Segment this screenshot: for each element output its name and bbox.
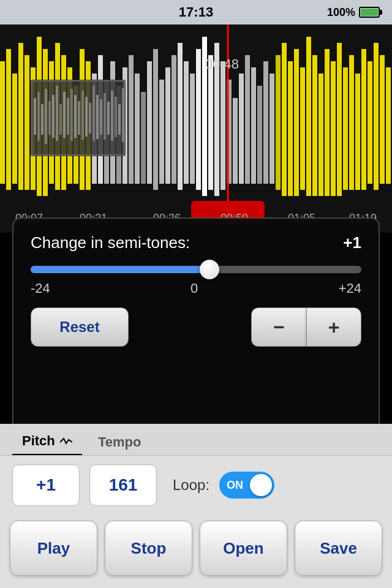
svg-rect-46 — [276, 55, 281, 190]
svg-rect-54 — [325, 49, 330, 196]
svg-rect-1 — [0, 61, 5, 184]
slider-mid-label: 0 — [190, 281, 198, 296]
svg-rect-57 — [343, 67, 348, 190]
stepper-group: − + — [251, 307, 361, 347]
svg-rect-48 — [288, 61, 293, 196]
svg-rect-40 — [239, 74, 244, 184]
svg-rect-60 — [361, 49, 366, 190]
svg-rect-47 — [282, 43, 287, 196]
info-row: +1 161 Loop: ON — [0, 456, 392, 514]
svg-rect-79 — [78, 101, 80, 135]
status-time: 17:13 — [179, 4, 213, 20]
svg-rect-45 — [270, 74, 274, 184]
svg-rect-84 — [96, 95, 99, 139]
svg-rect-51 — [306, 37, 311, 196]
svg-rect-72 — [52, 95, 55, 138]
svg-rect-4 — [18, 43, 23, 190]
status-bar: 17:13 100% — [0, 0, 392, 24]
action-row: Play Stop Open Save — [0, 514, 392, 588]
tab-pitch[interactable]: Pitch — [12, 428, 82, 455]
svg-rect-28 — [165, 67, 170, 184]
pitch-value-box[interactable]: +1 — [12, 464, 80, 506]
svg-rect-62 — [374, 43, 379, 190]
svg-rect-69 — [41, 104, 43, 135]
stop-button[interactable]: Stop — [105, 521, 192, 576]
svg-rect-41 — [245, 55, 250, 184]
svg-rect-33 — [196, 49, 201, 190]
loop-toggle[interactable]: ON — [219, 472, 274, 499]
svg-rect-25 — [147, 61, 152, 184]
svg-rect-31 — [184, 61, 189, 184]
svg-rect-44 — [263, 61, 268, 184]
svg-rect-78 — [74, 95, 77, 138]
svg-rect-39 — [233, 98, 238, 184]
waveform-area[interactable]: 00:48 00:07 00:21 00:36 00:50 01:05 01:1… — [0, 24, 392, 233]
slider-container[interactable]: -24 0 +24 — [31, 266, 361, 296]
svg-rect-68 — [37, 92, 40, 141]
pitch-header: Change in semi-tones: +1 — [31, 233, 361, 252]
pitch-buttons: Reset − + — [31, 307, 361, 347]
svg-rect-3 — [12, 74, 17, 184]
svg-rect-2 — [6, 49, 11, 190]
svg-rect-64 — [386, 67, 391, 184]
svg-rect-52 — [312, 55, 317, 196]
svg-rect-89 — [115, 97, 117, 137]
slider-max-label: +24 — [339, 281, 361, 296]
svg-rect-61 — [368, 61, 372, 184]
svg-rect-55 — [331, 61, 336, 196]
svg-rect-32 — [190, 74, 195, 184]
svg-rect-63 — [380, 55, 385, 184]
tabs-row: Pitch Tempo — [0, 424, 392, 456]
svg-rect-67 — [34, 98, 36, 135]
svg-rect-35 — [208, 55, 213, 190]
loop-toggle-on-label: ON — [227, 479, 243, 492]
play-button[interactable]: Play — [10, 521, 97, 576]
pitch-tab-icon — [60, 437, 72, 446]
svg-rect-30 — [178, 43, 183, 190]
svg-rect-80 — [81, 91, 84, 140]
svg-rect-23 — [135, 74, 140, 184]
svg-rect-5 — [24, 55, 29, 190]
svg-rect-81 — [85, 97, 88, 137]
svg-rect-56 — [337, 43, 342, 196]
tab-tempo[interactable]: Tempo — [88, 429, 151, 455]
open-button[interactable]: Open — [200, 521, 287, 576]
svg-rect-83 — [92, 86, 95, 141]
bottom-controls: Pitch Tempo +1 161 Loop: ON Play Stop Op… — [0, 424, 392, 588]
svg-rect-42 — [251, 67, 256, 184]
pitch-slider-thumb[interactable] — [200, 260, 219, 279]
svg-rect-27 — [159, 80, 164, 184]
svg-rect-90 — [118, 104, 121, 135]
stepper-minus-button[interactable]: − — [251, 307, 306, 347]
pitch-title: Change in semi-tones: — [31, 233, 190, 252]
save-button[interactable]: Save — [295, 521, 382, 576]
loop-label: Loop: — [173, 477, 209, 494]
svg-rect-24 — [141, 92, 146, 184]
svg-rect-58 — [349, 55, 354, 190]
battery-icon — [359, 7, 380, 18]
svg-rect-82 — [89, 103, 91, 134]
svg-rect-70 — [45, 89, 47, 144]
svg-rect-91 — [122, 88, 124, 142]
svg-rect-73 — [56, 86, 58, 141]
svg-rect-76 — [67, 98, 69, 135]
stepper-plus-button[interactable]: + — [306, 307, 361, 347]
reset-button[interactable]: Reset — [31, 307, 129, 347]
svg-rect-87 — [107, 102, 110, 135]
tempo-value-box[interactable]: 161 — [89, 464, 157, 506]
slider-min-label: -24 — [31, 281, 50, 296]
svg-rect-86 — [104, 93, 106, 140]
svg-rect-77 — [70, 89, 73, 141]
svg-rect-88 — [111, 91, 113, 141]
svg-text:00:48: 00:48 — [205, 56, 239, 72]
svg-rect-26 — [153, 49, 158, 190]
svg-rect-49 — [294, 49, 299, 196]
svg-rect-74 — [59, 104, 62, 135]
svg-rect-59 — [355, 74, 360, 190]
loop-toggle-knob — [250, 474, 272, 496]
waveform-svg: 00:48 00:07 00:21 00:36 00:50 01:05 01:1… — [0, 24, 392, 233]
svg-rect-29 — [172, 55, 176, 184]
svg-rect-22 — [129, 55, 134, 184]
svg-rect-37 — [221, 61, 225, 190]
svg-rect-85 — [100, 99, 102, 135]
